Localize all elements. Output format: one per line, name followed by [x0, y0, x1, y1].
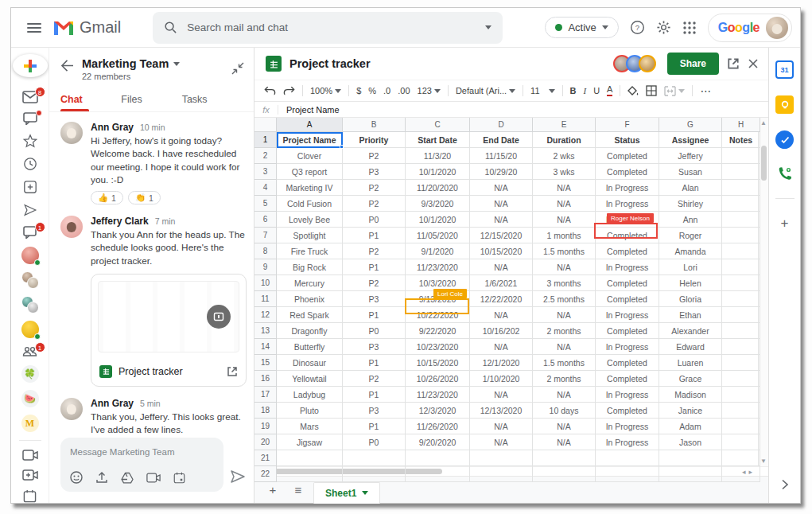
avatar-ann-gray[interactable]	[60, 122, 83, 144]
cell-C2[interactable]: 11/3/20	[406, 148, 470, 164]
italic-button[interactable]: I	[583, 86, 586, 95]
cell-C19[interactable]: 11/26/2020	[406, 419, 470, 434]
fill-color-button[interactable]	[627, 86, 639, 96]
avatar-ann-gray[interactable]	[60, 398, 83, 420]
tasks-addon-icon[interactable]	[775, 130, 794, 149]
cell-H16[interactable]	[722, 371, 760, 387]
tab-chat[interactable]: Chat	[60, 89, 121, 111]
cell-G22[interactable]	[659, 466, 722, 482]
cell-H12[interactable]	[722, 307, 760, 323]
cell-G21[interactable]	[659, 450, 722, 466]
cell-C5[interactable]: 9/3/2020	[406, 196, 470, 212]
cell-F11[interactable]: Completed	[596, 291, 659, 307]
cell-A22[interactable]	[277, 466, 343, 482]
sheet-preview-thumbnail[interactable]	[98, 281, 239, 352]
cell-A12[interactable]: Red Spark	[277, 307, 343, 323]
cell-B13[interactable]: P0	[343, 323, 406, 339]
meet-join-meeting-button[interactable]	[21, 469, 39, 481]
select-all-corner[interactable]	[254, 118, 277, 132]
number-format-select[interactable]: 123	[418, 86, 441, 95]
calendar-rail-button[interactable]	[21, 489, 39, 503]
group-conversation-button[interactable]: 1	[21, 346, 39, 357]
cell-E12[interactable]: N/A	[533, 307, 596, 323]
cell-A6[interactable]: Lovely Bee	[277, 212, 343, 228]
user-avatar[interactable]	[766, 17, 788, 39]
apps-grid-button[interactable]	[682, 21, 697, 35]
row-header-3[interactable]: 3	[254, 164, 277, 180]
scheduled-button[interactable]	[21, 180, 39, 194]
cell-H7[interactable]	[722, 228, 760, 243]
cell-E2[interactable]: 2 wks	[533, 148, 596, 164]
column-header-C[interactable]: C	[406, 118, 470, 132]
cell-G15[interactable]: Luaren	[659, 355, 722, 371]
cell-D15[interactable]: 12/1/2020	[470, 355, 533, 371]
cell-A3[interactable]: Q3 report	[277, 164, 343, 180]
cell-F4[interactable]: In Progress	[596, 180, 659, 196]
compose-button[interactable]	[13, 54, 48, 77]
file-attachment-card[interactable]: Project tracker	[91, 274, 247, 387]
cell-D21[interactable]	[470, 450, 533, 466]
scroll-down-icon[interactable]: ▼	[760, 456, 767, 466]
row-header-16[interactable]: 16	[254, 371, 277, 387]
cell-B1[interactable]: Priority	[343, 132, 406, 148]
help-button[interactable]: ?	[630, 20, 645, 35]
cell-G18[interactable]: Janice	[659, 403, 722, 419]
row-header-17[interactable]: 17	[254, 387, 277, 403]
cell-B7[interactable]: P1	[343, 228, 406, 243]
cell-A10[interactable]: Mercury	[277, 275, 343, 291]
contact-avatar-pair-2[interactable]	[21, 297, 39, 313]
cell-E15[interactable]: 1.5 months	[533, 355, 596, 371]
row-header-14[interactable]: 14	[254, 339, 277, 355]
cell-D17[interactable]: N/A	[470, 387, 533, 403]
cell-F15[interactable]: Completed	[596, 355, 659, 371]
space-title-menu[interactable]: Marketing Team	[82, 57, 223, 70]
cell-H20[interactable]	[722, 434, 760, 450]
cell-F14[interactable]: In Progress	[596, 339, 659, 355]
cell-A15[interactable]: Dinosaur	[277, 355, 343, 371]
cell-B9[interactable]: P1	[343, 259, 406, 275]
cell-B10[interactable]: P2	[343, 275, 406, 291]
share-button[interactable]: Share	[667, 53, 719, 75]
cell-C17[interactable]: 11/23/2020	[406, 387, 470, 403]
cell-G10[interactable]: Helen	[659, 275, 722, 291]
cell-E18[interactable]: 10 days	[533, 403, 596, 419]
vertical-scroll-thumb[interactable]	[761, 146, 767, 181]
cell-C11[interactable]: 9/13/2020	[406, 291, 470, 307]
cell-H4[interactable]	[722, 180, 760, 196]
cell-A20[interactable]: Jigsaw	[277, 434, 343, 450]
cell-F20[interactable]: In Progress	[596, 434, 659, 450]
cell-H13[interactable]	[722, 323, 760, 339]
row-header-5[interactable]: 5	[254, 196, 277, 212]
column-header-G[interactable]: G	[659, 118, 722, 132]
cell-A21[interactable]	[277, 450, 343, 466]
cell-E8[interactable]: 1.5 months	[533, 243, 596, 259]
row-header-20[interactable]: 20	[254, 434, 277, 450]
cell-B14[interactable]: P3	[343, 339, 406, 355]
preview-overlay-icon[interactable]	[207, 305, 231, 329]
cell-F9[interactable]: In Progress	[596, 259, 659, 275]
cell-C8[interactable]: 9/1/2020	[406, 243, 470, 259]
get-addons-button[interactable]: +	[781, 216, 789, 232]
cell-F17[interactable]: In Progress	[596, 387, 659, 403]
cell-G11[interactable]: Gloria	[659, 291, 722, 307]
zoom-select[interactable]: 100%	[310, 86, 341, 95]
cell-H17[interactable]	[722, 387, 760, 403]
upload-icon[interactable]	[95, 471, 108, 484]
cell-H19[interactable]	[722, 419, 760, 434]
cell-C6[interactable]: 10/1/2020	[406, 212, 470, 228]
cell-C3[interactable]: 10/1/2020	[406, 164, 470, 180]
redo-button[interactable]	[283, 86, 295, 95]
account-pill[interactable]: Google	[708, 14, 792, 42]
spreadsheet-grid[interactable]: ABCDEFGH 1Project NamePriorityStart Date…	[254, 118, 758, 466]
close-sheet-icon[interactable]	[748, 58, 759, 69]
cell-C7[interactable]: 11/05/2020	[406, 228, 470, 243]
add-sheet-button[interactable]: +	[262, 483, 283, 496]
collaborator-avatar-lori[interactable]	[639, 55, 656, 72]
cell-D3[interactable]: 10/29/20	[470, 164, 533, 180]
cell-D10[interactable]: 1/6/2021	[470, 275, 533, 291]
room-avatar-clover[interactable]: 🍀	[21, 366, 39, 382]
search-input[interactable]: Search mail and chat	[153, 12, 503, 44]
cell-B3[interactable]: P3	[343, 164, 406, 180]
cell-E20[interactable]: N/A	[533, 434, 596, 450]
cell-F19[interactable]: In Progress	[596, 419, 659, 434]
